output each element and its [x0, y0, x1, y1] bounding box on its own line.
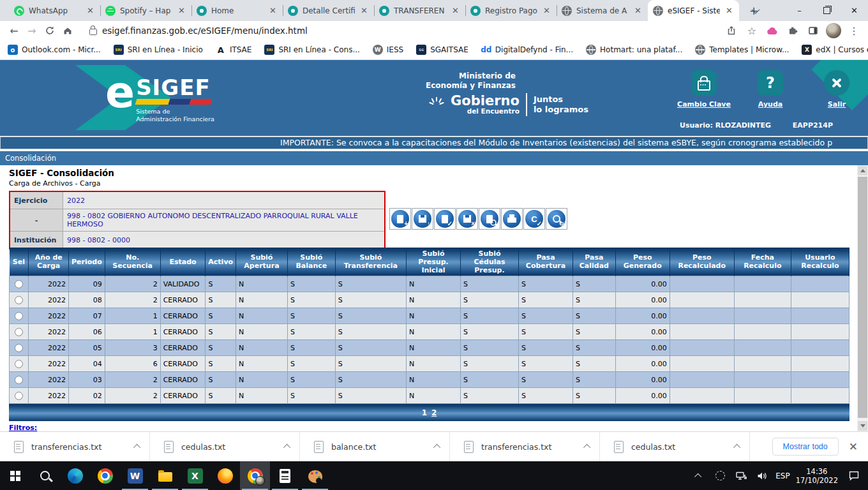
side-panel-icon[interactable] — [804, 22, 822, 40]
url-text[interactable]: esigef.finanzas.gob.ec/eSIGEF/menu/index… — [102, 26, 308, 36]
tab-close-icon[interactable]: ✕ — [359, 6, 369, 15]
scrollbar-down-arrow[interactable] — [858, 421, 867, 431]
bookmark-item[interactable]: ddDigitalDefynd - Fin... — [481, 45, 573, 55]
tab-close-icon[interactable]: ✕ — [268, 6, 278, 15]
row-select-radio[interactable] — [15, 376, 23, 384]
ayuda-link[interactable]: ? Ayuda — [746, 70, 795, 108]
start-button[interactable] — [0, 461, 30, 490]
close-window-button[interactable]: ✕ — [841, 0, 868, 21]
preview-document-button[interactable] — [479, 208, 500, 230]
extensions-puzzle-icon[interactable] — [784, 22, 802, 40]
volume-icon[interactable] — [754, 466, 770, 486]
weather-extension-icon[interactable] — [763, 22, 781, 40]
home-icon[interactable] — [59, 22, 77, 40]
download-options-chevron-icon[interactable] — [733, 444, 740, 451]
language-indicator[interactable]: ESP — [775, 471, 789, 480]
consolidate-check-button[interactable]: C✓ — [523, 208, 545, 230]
explorer-button[interactable] — [150, 461, 180, 490]
download-options-chevron-icon[interactable] — [133, 444, 140, 451]
restore-button[interactable] — [813, 0, 841, 21]
profile-avatar[interactable] — [825, 22, 842, 40]
address-bar[interactable]: esigef.finanzas.gob.ec/eSIGEF/menu/index… — [77, 26, 722, 36]
browser-tab[interactable]: Spotify – Hap✕ — [100, 0, 191, 21]
bookmark-item[interactable]: SRISRI en Línea - Cons... — [264, 45, 359, 55]
paint-button[interactable] — [300, 461, 330, 490]
download-item[interactable]: cedulas.txt — [600, 432, 750, 461]
scrollbar-thumb[interactable] — [858, 177, 867, 418]
download-options-chevron-icon[interactable] — [283, 444, 290, 451]
salir-link[interactable]: Salir — [812, 70, 861, 108]
bookmark-item[interactable]: XedX | Cursos en líne... — [802, 45, 868, 55]
browser-menu-icon[interactable]: ⋮ — [845, 22, 863, 40]
bookmark-item[interactable]: SGSGAITSAE — [416, 45, 468, 55]
chrome-button[interactable] — [90, 461, 120, 490]
bookmark-item[interactable]: Templates | Microw... — [695, 45, 789, 55]
page-link[interactable]: 2 — [431, 408, 437, 417]
chrome-profile-button[interactable] — [240, 461, 270, 490]
cambio-clave-link[interactable]: Cambio Clave — [680, 70, 728, 108]
download-item[interactable]: cedulas.txt — [150, 432, 300, 461]
tab-close-icon[interactable]: ✕ — [86, 6, 95, 15]
row-select-radio[interactable] — [15, 280, 23, 288]
share-icon[interactable] — [722, 22, 740, 40]
content-scrollbar[interactable] — [857, 165, 868, 431]
tab-close-icon[interactable]: ✕ — [633, 6, 643, 15]
row-select-radio[interactable] — [15, 392, 23, 400]
delete-save-button[interactable]: × — [456, 208, 478, 230]
edge-button[interactable] — [60, 461, 90, 490]
row-select-radio[interactable] — [15, 296, 23, 304]
download-item[interactable]: balance.txt — [300, 432, 450, 461]
back-icon[interactable]: ← — [5, 22, 23, 40]
new-document-button[interactable]: + — [389, 208, 411, 230]
tab-close-icon[interactable]: ✕ — [724, 6, 734, 15]
row-select-radio[interactable] — [15, 360, 23, 368]
bookmark-star-icon[interactable]: ☆ — [743, 22, 761, 40]
tab-close-icon[interactable]: ✕ — [451, 6, 460, 15]
search-button[interactable] — [30, 461, 60, 490]
browser-tab[interactable]: Home✕ — [191, 0, 283, 21]
clock[interactable]: 14:36 17/10/2022 — [796, 467, 838, 485]
bookmark-item[interactable]: Hotmart: una plataf... — [586, 45, 682, 55]
bookmark-item[interactable]: WIESS — [373, 45, 403, 55]
show-all-downloads-button[interactable]: Mostrar todo — [772, 438, 839, 456]
bookmark-item[interactable]: SRISRI en Línea - Inicio — [114, 45, 203, 55]
tab-search-chevron-icon[interactable] — [754, 0, 760, 21]
browser-tab[interactable]: eSIGEF - Siste✕ — [648, 0, 739, 21]
row-select-radio[interactable] — [15, 312, 23, 320]
row-select-radio[interactable] — [15, 328, 23, 336]
browser-tab[interactable]: WhatsApp✕ — [9, 0, 100, 21]
hidden-icons-chevron[interactable] — [691, 466, 707, 486]
action-center-icon[interactable] — [846, 466, 862, 486]
close-downloads-icon[interactable]: ✕ — [849, 440, 858, 453]
browser-tab[interactable]: Detalle Certifi✕ — [283, 0, 374, 21]
tab-close-icon[interactable]: ✕ — [177, 6, 186, 15]
browser-tab[interactable]: Registro Pago✕ — [465, 0, 557, 21]
minimize-button[interactable]: – — [786, 0, 813, 21]
reload-icon[interactable] — [41, 22, 59, 40]
save-upload-button[interactable]: ↑ — [412, 208, 433, 230]
sel-cell — [10, 356, 29, 372]
calculator-button[interactable] — [270, 461, 300, 490]
recalculate-search-button[interactable]: ↻ — [546, 208, 567, 230]
firefox-button[interactable] — [210, 461, 240, 490]
row-select-radio[interactable] — [15, 344, 23, 352]
network-icon[interactable] — [733, 466, 749, 486]
download-item[interactable]: transferencias.txt — [0, 432, 150, 461]
excel-button[interactable]: X — [180, 461, 210, 490]
download-item[interactable]: transferencias.txt — [450, 432, 600, 461]
bookmark-item[interactable]: oOutlook.com - Micr... — [8, 45, 101, 55]
menu-item-consolidacion[interactable]: Consolidación — [5, 154, 56, 163]
download-options-chevron-icon[interactable] — [583, 444, 590, 451]
download-options-chevron-icon[interactable] — [433, 444, 440, 451]
word-button[interactable]: W — [120, 461, 150, 490]
print-button[interactable] — [501, 208, 523, 230]
sync-icon[interactable] — [712, 466, 728, 486]
forward-icon[interactable]: → — [23, 22, 41, 40]
validate-document-button[interactable]: ✓ — [434, 208, 456, 230]
cell: S — [206, 356, 236, 372]
bookmark-item[interactable]: AITSAE — [216, 45, 252, 55]
browser-tab[interactable]: Sistema de A✕ — [557, 0, 648, 21]
browser-tab[interactable]: TRANSFEREN✕ — [374, 0, 465, 21]
scrollbar-up-arrow[interactable] — [858, 166, 867, 175]
tab-close-icon[interactable]: ✕ — [542, 6, 551, 15]
